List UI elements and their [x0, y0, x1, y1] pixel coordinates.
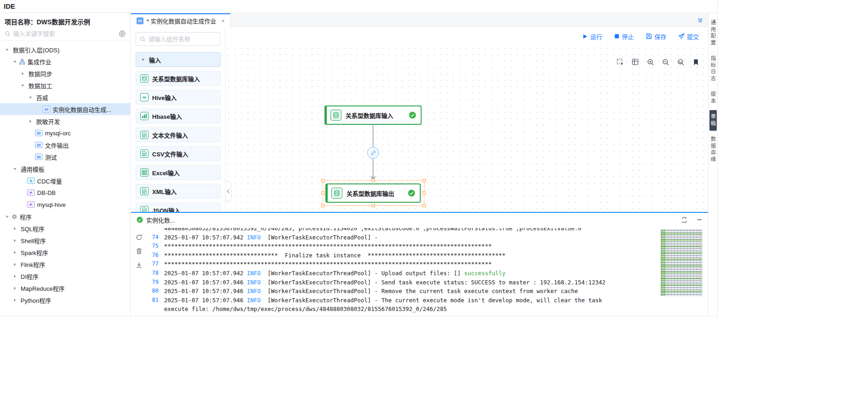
component-item[interactable]: HiHive输入: [136, 90, 220, 105]
zoom-out-icon[interactable]: [660, 57, 670, 67]
selection-handle[interactable]: [321, 191, 324, 194]
tree-item[interactable]: PDB-DB: [0, 187, 130, 199]
selection-handle[interactable]: [372, 204, 375, 207]
tab-instance-job[interactable]: DI * 实例化数据自动生成作业 ×: [131, 13, 231, 27]
selection-handle[interactable]: [321, 204, 324, 207]
right-tab[interactable]: 通用配置: [709, 16, 717, 50]
tree-item[interactable]: DI程序: [0, 270, 130, 282]
tree-expand-arrow-icon[interactable]: [11, 239, 18, 243]
component-item[interactable]: CSV文件输入: [136, 146, 220, 161]
tree-item[interactable]: SQL程序: [0, 222, 130, 234]
component-item[interactable]: 关系型数据库输入: [136, 71, 220, 86]
tree-item[interactable]: Spark程序: [0, 246, 130, 258]
sidebar-search-input[interactable]: [13, 30, 116, 37]
collapse-panel-handle[interactable]: [225, 181, 231, 201]
tree-item[interactable]: 脱敏开发: [0, 115, 130, 127]
reload-log-icon[interactable]: [136, 234, 143, 241]
component-item[interactable]: Excel输入: [136, 165, 220, 180]
component-item-label: Hbase输入: [152, 112, 182, 121]
tree-item[interactable]: 程序: [0, 211, 130, 222]
tree-item[interactable]: 集成作业: [0, 55, 130, 67]
right-tab[interactable]: 数据血缘: [709, 133, 717, 166]
tree-item[interactable]: DI测试: [0, 151, 130, 163]
log-line-number: 75: [148, 242, 159, 251]
tree-item[interactable]: Python程序: [0, 294, 130, 306]
selection-handle[interactable]: [321, 179, 324, 182]
tree-item[interactable]: DI文件输出: [0, 139, 130, 151]
tree-expand-arrow-icon[interactable]: [19, 72, 26, 76]
marquee-select-icon[interactable]: [615, 57, 625, 67]
tree-item-label: mysql-orc: [45, 130, 71, 137]
project-sidebar: 项目名称：DWS数据开发示例 数据引入层(ODS)集成作业数据同步数据加工百威D…: [0, 13, 131, 316]
tree-expand-arrow-icon[interactable]: [11, 274, 18, 278]
log-minimap[interactable]: [660, 229, 703, 296]
tree-item-label: mysql-hive: [37, 201, 66, 208]
search-icon: [140, 36, 146, 42]
stop-button[interactable]: 停止: [614, 32, 634, 41]
log-body[interactable]: 4848880308032/8155676015392_0/246/285, p…: [131, 227, 708, 316]
tree-item-label: 实例化数据自动生成...: [53, 105, 111, 114]
log-line-number: 80: [148, 287, 159, 296]
tree-expand-arrow-icon[interactable]: [11, 298, 18, 302]
flow-canvas[interactable]: 运行 停止 保存 提交 关系型数据库输入: [225, 28, 708, 212]
component-group-input[interactable]: 输入: [136, 52, 220, 67]
run-button[interactable]: 运行: [582, 32, 602, 41]
tree-collapse-arrow-icon[interactable]: [27, 95, 34, 100]
tree-collapse-arrow-icon[interactable]: [11, 167, 18, 171]
grid-view-icon[interactable]: [630, 57, 640, 67]
tree-expand-arrow-icon[interactable]: [11, 227, 18, 231]
bookmark-save-icon[interactable]: [691, 57, 701, 67]
log-line-number: 78: [148, 269, 159, 278]
right-tab[interactable]: 草稿: [709, 110, 717, 131]
tree-item[interactable]: 通用模板: [0, 163, 130, 175]
clear-log-icon[interactable]: [136, 248, 143, 255]
selection-handle[interactable]: [423, 191, 426, 194]
selection-handle[interactable]: [423, 179, 426, 182]
tree-item[interactable]: Flink程序: [0, 258, 130, 270]
tree-expand-arrow-icon[interactable]: [27, 119, 34, 123]
log-line-number: 79: [148, 278, 159, 287]
download-log-icon[interactable]: [136, 261, 143, 268]
component-search-input[interactable]: [148, 36, 216, 43]
save-button[interactable]: 保存: [646, 32, 666, 41]
tree-collapse-arrow-icon[interactable]: [4, 48, 11, 52]
selection-handle[interactable]: [423, 204, 426, 207]
tree-expand-arrow-icon[interactable]: [11, 250, 18, 255]
tree-item[interactable]: 数据引入层(ODS): [0, 44, 130, 55]
log-tab[interactable]: 实例化数...: [137, 216, 175, 224]
tree-item[interactable]: 百威: [0, 91, 130, 103]
refresh-icon[interactable]: [681, 216, 688, 223]
right-tab[interactable]: 指标日志: [709, 52, 717, 86]
submit-button[interactable]: 提交: [678, 32, 699, 41]
component-item[interactable]: 文本文件输入: [136, 128, 220, 142]
tree-expand-arrow-icon[interactable]: [11, 286, 18, 290]
tree-collapse-arrow-icon[interactable]: [11, 60, 18, 64]
node-relational-db-output[interactable]: 关系型数据库输出: [325, 183, 421, 203]
tree-item[interactable]: Pmysql-hive: [0, 199, 130, 211]
zoom-in-icon[interactable]: [645, 57, 655, 67]
tree-item[interactable]: MapReduce程序: [0, 282, 130, 294]
node-relational-db-input[interactable]: 关系型数据库输入: [324, 105, 422, 125]
component-item[interactable]: Hbase输入: [136, 109, 220, 123]
tree-item[interactable]: 数据加工: [0, 79, 130, 91]
selection-handle[interactable]: [372, 179, 375, 182]
tree-collapse-arrow-icon[interactable]: [19, 83, 26, 88]
excel-icon: [140, 168, 148, 177]
tree-item[interactable]: SCDC增量: [0, 175, 130, 187]
right-tab[interactable]: 版本: [709, 88, 717, 108]
component-item[interactable]: XML输入: [136, 184, 220, 199]
tree-item[interactable]: Shell程序: [0, 234, 130, 246]
zoom-reset-icon[interactable]: [676, 57, 686, 67]
canvas-grid[interactable]: 关系型数据库输入 关系型数据库输出: [225, 45, 708, 212]
edge-link-icon[interactable]: [367, 147, 379, 159]
tab-close-icon[interactable]: ×: [221, 17, 225, 24]
tree-item[interactable]: 数据同步: [0, 67, 130, 79]
search-settings-icon[interactable]: [119, 30, 126, 37]
component-item[interactable]: JSON输入: [136, 203, 220, 212]
tree-collapse-arrow-icon[interactable]: [4, 215, 11, 219]
tree-item[interactable]: DImysql-orc: [0, 127, 130, 139]
minimize-icon[interactable]: [696, 216, 703, 223]
double-chevron-down-icon[interactable]: [697, 17, 703, 23]
tree-expand-arrow-icon[interactable]: [11, 262, 18, 266]
tree-item[interactable]: DI实例化数据自动生成...: [0, 103, 130, 115]
